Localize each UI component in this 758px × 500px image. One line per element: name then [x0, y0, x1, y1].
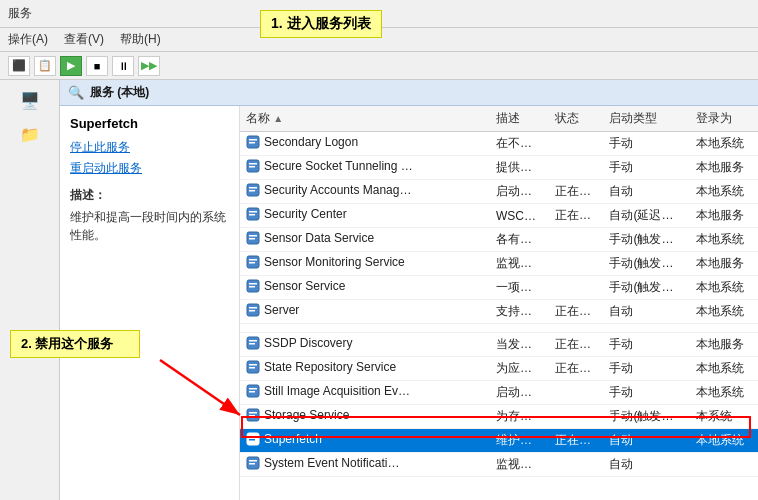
cell-startup: 自动 — [603, 180, 689, 204]
callout-1: 1. 进入服务列表 — [260, 10, 382, 38]
cell-desc: 支持… — [490, 300, 549, 324]
cell-logon: 本地系统 — [690, 228, 758, 252]
cell-status — [549, 453, 604, 477]
table-row[interactable]: Secondary Logon 在不… 手动 本地系统 — [240, 132, 758, 156]
left-panel: Superfetch 停止此服务 重启动此服务 描述： 维护和提高一段时间内的系… — [60, 106, 240, 500]
content-area: 🔍 服务 (本地) Superfetch 停止此服务 重启动此服务 描述： 维护… — [60, 80, 758, 500]
cell-status: 正在… — [549, 300, 604, 324]
callout-2: 2. 禁用这个服务 — [10, 330, 140, 358]
menu-action[interactable]: 操作(A) — [8, 31, 48, 48]
cell-name: Sensor Data Service — [240, 228, 490, 252]
cell-desc: 提供… — [490, 156, 549, 180]
cell-name: Secondary Logon — [240, 132, 490, 156]
cell-logon — [690, 453, 758, 477]
cell-desc: 为应… — [490, 357, 549, 381]
table-row[interactable]: Security Center WSC… 正在… 自动(延迟… 本地服务 — [240, 204, 758, 228]
svg-rect-35 — [249, 415, 255, 417]
cell-name: State Repository Service — [240, 357, 490, 381]
table-row[interactable]: Server 支持… 正在… 自动 本地系统 — [240, 300, 758, 324]
services-table[interactable]: 名称 ▲ 描述 状态 启动类型 登录为 Secondary Logon 在不… … — [240, 106, 758, 500]
stop-service-link[interactable]: 停止此服务 — [70, 139, 229, 156]
table-row[interactable]: Sensor Service 一项… 手动(触发… 本地系统 — [240, 276, 758, 300]
cell-status — [549, 156, 604, 180]
svg-rect-41 — [249, 463, 255, 465]
svg-rect-20 — [249, 286, 255, 288]
cell-name: Secure Socket Tunneling … — [240, 156, 490, 180]
menu-view[interactable]: 查看(V) — [64, 31, 104, 48]
cell-status: 正在… — [549, 204, 604, 228]
table-row[interactable]: Storage Service 为存… 手动(触发… 本系统 — [240, 405, 758, 429]
svg-rect-17 — [249, 262, 255, 264]
cell-name: Server — [240, 300, 490, 324]
search-icon: 🔍 — [68, 85, 84, 100]
address-label: 服务 (本地) — [90, 84, 149, 101]
svg-rect-5 — [249, 166, 255, 168]
cell-name: Security Accounts Manag… — [240, 180, 490, 204]
col-status[interactable]: 状态 — [549, 106, 604, 132]
cell-desc: 各有… — [490, 228, 549, 252]
svg-rect-11 — [249, 214, 255, 216]
cell-name: Superfetch — [240, 429, 490, 453]
table-row[interactable]: State Repository Service 为应… 正在… 手动 本地系统 — [240, 357, 758, 381]
svg-rect-22 — [249, 307, 257, 309]
col-startup[interactable]: 启动类型 — [603, 106, 689, 132]
table-row[interactable]: Sensor Data Service 各有… 手动(触发… 本地系统 — [240, 228, 758, 252]
cell-name: System Event Notificati… — [240, 453, 490, 477]
svg-rect-16 — [249, 259, 257, 261]
cell-status: 正在… — [549, 180, 604, 204]
cell-desc: 一项… — [490, 276, 549, 300]
toolbar-btn-6[interactable]: ▶▶ — [138, 56, 160, 76]
cell-name: Sensor Monitoring Service — [240, 252, 490, 276]
selected-service-name: Superfetch — [70, 116, 229, 131]
toolbar-btn-1[interactable]: ⬛ — [8, 56, 30, 76]
col-logon[interactable]: 登录为 — [690, 106, 758, 132]
cell-logon: 本地服务 — [690, 204, 758, 228]
cell-name: Security Center — [240, 204, 490, 228]
table-header: 名称 ▲ 描述 状态 启动类型 登录为 — [240, 106, 758, 132]
cell-status — [549, 252, 604, 276]
cell-status: 正在… — [549, 333, 604, 357]
cell-status — [549, 405, 604, 429]
table-row[interactable]: Sensor Monitoring Service 监视… 手动(触发… 本地服… — [240, 252, 758, 276]
cell-startup: 手动 — [603, 381, 689, 405]
nav-icon-2: 📁 — [14, 118, 46, 150]
table-row[interactable]: Secure Socket Tunneling … 提供… 手动 本地服务 — [240, 156, 758, 180]
services-area: Superfetch 停止此服务 重启动此服务 描述： 维护和提高一段时间内的系… — [60, 106, 758, 500]
svg-rect-25 — [249, 340, 257, 342]
toolbar-btn-2[interactable]: 📋 — [34, 56, 56, 76]
cell-status: 正在… — [549, 357, 604, 381]
svg-rect-7 — [249, 187, 257, 189]
svg-rect-38 — [249, 439, 255, 441]
col-name[interactable]: 名称 ▲ — [240, 106, 490, 132]
table-row[interactable]: Superfetch 维护… 正在… 自动 本地系统 — [240, 429, 758, 453]
cell-logon: 本地系统 — [690, 381, 758, 405]
col-desc[interactable]: 描述 — [490, 106, 549, 132]
svg-rect-28 — [249, 364, 257, 366]
svg-rect-14 — [249, 238, 255, 240]
toolbar-btn-4[interactable]: ■ — [86, 56, 108, 76]
toolbar-btn-5[interactable]: ⏸ — [112, 56, 134, 76]
cell-desc: 启动… — [490, 381, 549, 405]
cell-logon: 本地服务 — [690, 252, 758, 276]
table-row[interactable]: SSDP Discovery 当发… 正在… 手动 本地服务 — [240, 333, 758, 357]
table-row[interactable]: System Event Notificati… 监视… 自动 — [240, 453, 758, 477]
svg-rect-40 — [249, 460, 257, 462]
svg-rect-32 — [249, 391, 255, 393]
table-row[interactable]: Still Image Acquisition Ev… 启动… 手动 本地系统 — [240, 381, 758, 405]
toolbar-btn-3[interactable]: ▶ — [60, 56, 82, 76]
cell-startup: 自动(延迟… — [603, 204, 689, 228]
title-text: 服务 — [8, 5, 32, 22]
table-row[interactable] — [240, 324, 758, 333]
cell-startup: 自动 — [603, 429, 689, 453]
table-row[interactable]: Security Accounts Manag… 启动… 正在… 自动 本地系统 — [240, 180, 758, 204]
restart-service-link[interactable]: 重启动此服务 — [70, 160, 229, 177]
cell-logon: 本地服务 — [690, 333, 758, 357]
desc-label: 描述： — [70, 187, 229, 204]
cell-desc: 启动… — [490, 180, 549, 204]
cell-startup: 手动 — [603, 156, 689, 180]
toolbar: ⬛ 📋 ▶ ■ ⏸ ▶▶ — [0, 52, 758, 80]
cell-status — [549, 276, 604, 300]
cell-status — [549, 381, 604, 405]
address-bar: 🔍 服务 (本地) — [60, 80, 758, 106]
menu-help[interactable]: 帮助(H) — [120, 31, 161, 48]
